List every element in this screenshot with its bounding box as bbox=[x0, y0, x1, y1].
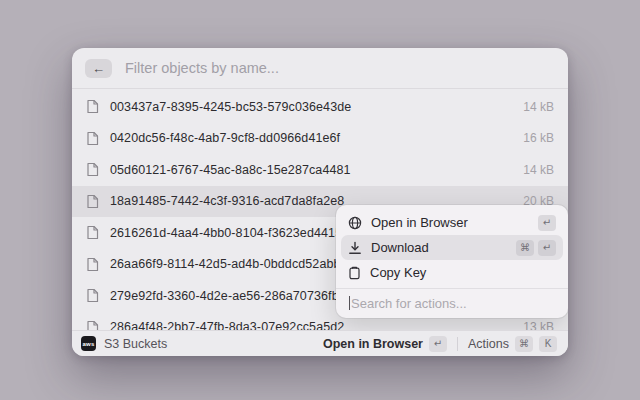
menu-item[interactable]: Open in Browser ↵ bbox=[341, 210, 563, 235]
object-name: 279e92fd-3360-4d2e-ae56-286a70736fb2 bbox=[110, 289, 346, 303]
footer-divider bbox=[457, 337, 458, 351]
file-icon bbox=[86, 320, 99, 330]
object-size: 13 kB bbox=[523, 320, 554, 330]
menu-item-label: Download bbox=[371, 240, 429, 255]
k-key-icon: K bbox=[539, 336, 557, 352]
menu-item-shortcuts: ↵ bbox=[538, 215, 556, 231]
command-key-icon: ⌘ bbox=[515, 336, 533, 352]
file-icon bbox=[86, 257, 99, 272]
file-icon bbox=[86, 162, 99, 177]
object-size: 16 kB bbox=[523, 131, 554, 145]
object-name: 05d60121-6767-45ac-8a8c-15e287ca4481 bbox=[110, 163, 351, 177]
app-chip: aws S3 Buckets bbox=[81, 336, 167, 351]
back-arrow-icon: ← bbox=[92, 62, 105, 75]
primary-action-label: Open in Browser bbox=[323, 337, 423, 351]
primary-action-button[interactable]: Open in Browser ↵ bbox=[321, 336, 449, 352]
status-bar: aws S3 Buckets Open in Browser ↵ Actions… bbox=[72, 330, 568, 356]
menu-item[interactable]: Copy Key bbox=[341, 260, 563, 285]
object-name: 0420dc56-f48c-4ab7-9cf8-dd0966d41e6f bbox=[110, 131, 340, 145]
actions-menu: Open in Browser ↵ Download ⌘↵ bbox=[336, 205, 568, 318]
menu-item-shortcuts: ⌘↵ bbox=[516, 240, 556, 256]
return-key-icon: ↵ bbox=[429, 336, 447, 352]
download-icon bbox=[348, 241, 362, 255]
shortcut-key-badge: ⌘ bbox=[516, 240, 534, 256]
object-name: 18a91485-7442-4c3f-9316-acd7da8fa2e8 bbox=[110, 194, 344, 208]
actions-button[interactable]: Actions ⌘ K bbox=[466, 336, 559, 352]
menu-item[interactable]: Download ⌘↵ bbox=[341, 235, 563, 260]
raycast-window: ← 003437a7-8395-4245-bc53-579c036e43de 1… bbox=[72, 48, 568, 356]
object-row[interactable]: 0420dc56-f48c-4ab7-9cf8-dd0966d41e6f 16 … bbox=[72, 123, 568, 155]
text-caret bbox=[349, 296, 350, 310]
object-name: 286a4f48-2bb7-47fb-8da3-07e92cc5a5d2 bbox=[110, 320, 344, 330]
object-row[interactable]: 05d60121-6767-45ac-8a8c-15e287ca4481 14 … bbox=[72, 154, 568, 186]
file-icon bbox=[86, 225, 99, 240]
menu-item-label: Copy Key bbox=[370, 265, 426, 280]
shortcut-key-badge: ↵ bbox=[538, 215, 556, 231]
file-icon bbox=[86, 194, 99, 209]
actions-label: Actions bbox=[468, 337, 509, 351]
search-header: ← bbox=[72, 48, 568, 89]
actions-search-input[interactable] bbox=[351, 296, 555, 311]
file-icon bbox=[86, 288, 99, 303]
object-size: 14 kB bbox=[523, 100, 554, 114]
object-name: 003437a7-8395-4245-bc53-579c036e43de bbox=[110, 100, 351, 114]
extension-name: S3 Buckets bbox=[104, 337, 167, 351]
menu-item-label: Open in Browser bbox=[371, 215, 468, 230]
object-name: 26aa66f9-8114-42d5-ad4b-0bddcd52abba bbox=[110, 257, 348, 271]
object-row[interactable]: 003437a7-8395-4245-bc53-579c036e43de 14 … bbox=[72, 91, 568, 123]
filter-objects-input[interactable] bbox=[125, 60, 555, 76]
shortcut-key-badge: ↵ bbox=[538, 240, 556, 256]
actions-search bbox=[341, 289, 563, 317]
back-button[interactable]: ← bbox=[85, 59, 112, 78]
file-icon bbox=[86, 131, 99, 146]
file-icon bbox=[86, 99, 99, 114]
globe-icon bbox=[348, 216, 362, 230]
object-size: 14 kB bbox=[523, 163, 554, 177]
object-name: 2616261d-4aa4-4bb0-8104-f3623ed4415a bbox=[110, 226, 349, 240]
aws-logo-icon: aws bbox=[81, 336, 96, 351]
clipboard-icon bbox=[348, 266, 361, 280]
